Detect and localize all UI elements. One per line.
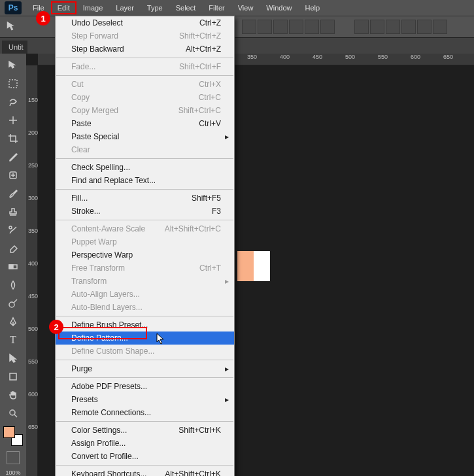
pen-tool-icon[interactable] [5,314,21,330]
menu-separator [56,377,233,378]
menu-filter[interactable]: Filter [202,1,231,14]
submenu-arrow-icon: ▸ [225,132,229,141]
menu-item-shortcut: Ctrl+V [199,119,221,128]
menu-item-define-brush-preset[interactable]: Define Brush Preset... [56,318,234,332]
brush-tool-icon[interactable] [5,186,21,201]
menu-item-shortcut: Shift+Ctrl+F [179,62,221,71]
hand-tool-icon[interactable] [5,387,21,403]
move-tool-icon[interactable] [5,58,21,73]
menu-item-assign-profile[interactable]: Assign Profile... [56,437,234,450]
svg-rect-6 [10,373,16,380]
ruler-tick: 400 [28,260,38,267]
dist-btn[interactable] [386,20,400,34]
document-tab[interactable]: Untit [2,41,27,54]
align-btn[interactable] [242,20,256,34]
menu-item-color-settings[interactable]: Color Settings...Shift+Ctrl+K [56,424,234,437]
menu-item-label: Keyboard Shortcuts... [71,469,146,476]
zoom-tool-icon[interactable] [5,405,21,421]
menu-item-undo-deselect[interactable]: Undo DeselectCtrl+Z [56,16,234,29]
align-btn[interactable] [258,20,272,34]
menubar: Ps FileEditImageLayerTypeSelectFilterVie… [0,0,474,16]
blur-tool-icon[interactable] [5,277,21,293]
align-btn[interactable] [289,20,303,34]
move-tool-icon [5,20,20,34]
menu-item-label: Purge [71,364,92,373]
ruler-tick: 550 [378,54,388,60]
menu-item-auto-blend-layers: Auto-Blend Layers... [56,301,234,314]
gradient-tool-icon[interactable] [5,259,21,275]
menu-item-fill[interactable]: Fill...Shift+F5 [56,192,234,205]
menu-layer[interactable]: Layer [109,1,141,14]
menu-edit[interactable]: Edit [51,1,76,14]
dist-btn[interactable] [370,20,384,34]
menu-item-find-and-replace-text[interactable]: Find and Replace Text... [56,174,234,187]
type-tool-icon[interactable]: T [5,332,21,348]
menu-item-label: Fill... [71,194,88,203]
ruler-tick: 600 [411,54,420,60]
menu-select[interactable]: Select [169,1,203,14]
dodge-tool-icon[interactable] [5,296,21,311]
menu-view[interactable]: View [231,1,260,14]
menu-item-label: Check Spelling... [71,163,130,172]
ruler-tick: 200 [28,129,38,136]
dist-btn[interactable] [401,20,416,34]
menu-item-step-backward[interactable]: Step BackwardAlt+Ctrl+Z [56,42,234,56]
menu-item-paste[interactable]: PasteCtrl+V [56,117,234,130]
menu-item-shortcut: Alt+Ctrl+Z [186,44,221,54]
menu-item-keyboard-shortcuts[interactable]: Keyboard Shortcuts...Alt+Shift+Ctrl+K [56,468,234,476]
menu-help[interactable]: Help [298,1,326,14]
menu-item-label: Define Brush Preset... [71,320,148,330]
menu-item-paste-special[interactable]: Paste Special▸ [56,130,234,143]
eraser-tool-icon[interactable] [5,241,21,256]
eyedropper-tool-icon[interactable] [5,149,21,165]
menu-item-content-aware-scale: Content-Aware ScaleAlt+Shift+Ctrl+C [56,222,234,235]
ruler-vertical: 150200250300350400450500550600650 [26,65,38,476]
menu-separator [56,465,233,466]
menu-window[interactable]: Window [260,1,298,14]
fg-color-swatch[interactable] [3,426,15,438]
menu-item-label: Presets [71,395,98,404]
menu-item-step-forward: Step ForwardShift+Ctrl+Z [56,29,234,42]
menu-item-shortcut: F3 [212,207,221,216]
healing-brush-tool-icon[interactable] [5,167,21,183]
menu-item-check-spelling[interactable]: Check Spelling... [56,161,234,174]
menu-image[interactable]: Image [76,1,110,14]
menu-item-define-pattern[interactable]: Define Pattern... [56,332,234,345]
quick-select-tool-icon[interactable] [5,112,21,128]
align-btn[interactable] [320,20,335,34]
svg-rect-4 [9,265,13,269]
stamp-tool-icon[interactable] [5,204,21,220]
menu-item-adobe-pdf-presets[interactable]: Adobe PDF Presets... [56,380,234,393]
menu-item-convert-to-profile[interactable]: Convert to Profile... [56,450,234,463]
dist-btn[interactable] [354,20,369,34]
menu-type[interactable]: Type [141,1,169,14]
menu-item-presets[interactable]: Presets▸ [56,393,234,406]
dist-btn[interactable] [433,20,447,34]
lasso-tool-icon[interactable] [5,94,21,110]
color-swatches[interactable] [3,426,23,446]
menu-item-label: Define Pattern... [71,333,128,343]
app-logo: Ps [0,0,26,16]
menu-item-stroke[interactable]: Stroke...F3 [56,205,234,218]
menu-item-label: Define Custom Shape... [71,347,154,356]
menu-item-remote-connections[interactable]: Remote Connections... [56,406,234,419]
dist-btn[interactable] [417,20,432,34]
align-btn[interactable] [305,20,319,34]
quick-mask-toggle[interactable] [7,451,20,464]
history-brush-tool-icon[interactable] [5,222,21,238]
crop-tool-icon[interactable] [5,131,21,146]
menu-separator [56,316,233,316]
menu-item-shortcut: Ctrl+T [199,264,221,273]
align-btn[interactable] [273,20,288,34]
shape-tool-icon[interactable] [5,369,21,384]
ruler-tick: 300 [28,195,38,201]
path-select-tool-icon[interactable] [5,350,21,366]
menu-item-puppet-warp: Puppet Warp [56,235,234,248]
ruler-tick: 650 [28,424,38,430]
menu-item-purge[interactable]: Purge▸ [56,362,234,375]
marquee-tool-icon[interactable] [5,76,21,92]
menu-item-label: Paste [71,119,92,128]
menu-item-perspective-warp[interactable]: Perspective Warp [56,248,234,262]
cursor-icon [156,333,165,347]
toolbox: T 100% [0,54,26,476]
